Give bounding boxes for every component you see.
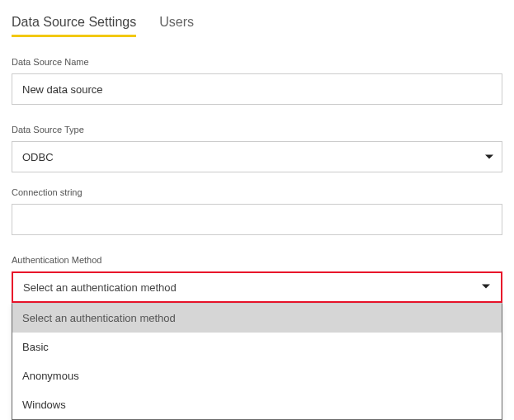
tab-users[interactable]: Users (159, 10, 194, 36)
tab-bar: Data Source Settings Users (12, 10, 502, 37)
data-source-type-select-wrap: ODBC (12, 141, 502, 172)
data-source-name-input[interactable] (12, 73, 502, 105)
auth-method-select[interactable]: Select an authentication method (12, 271, 502, 303)
data-source-type-select[interactable]: ODBC (12, 141, 502, 172)
auth-method-select-wrap: Select an authentication method Select a… (12, 271, 502, 420)
auth-method-selected-value: Select an authentication method (23, 281, 177, 294)
tab-data-source-settings[interactable]: Data Source Settings (12, 10, 136, 36)
data-source-name-label: Data Source Name (12, 57, 502, 67)
auth-method-label: Authentication Method (12, 255, 502, 265)
data-source-type-label: Data Source Type (12, 125, 502, 134)
auth-option-windows[interactable]: Windows (12, 390, 502, 419)
chevron-down-icon (481, 281, 491, 294)
auth-option-placeholder[interactable]: Select an authentication method (12, 304, 502, 333)
data-source-type-value: ODBC (22, 151, 54, 163)
auth-option-basic[interactable]: Basic (12, 333, 502, 361)
auth-option-anonymous[interactable]: Anonymous (12, 361, 502, 390)
auth-method-dropdown-list: Select an authentication method Basic An… (12, 303, 502, 420)
connection-string-input[interactable] (12, 204, 502, 235)
connection-string-label: Connection string (12, 187, 502, 197)
